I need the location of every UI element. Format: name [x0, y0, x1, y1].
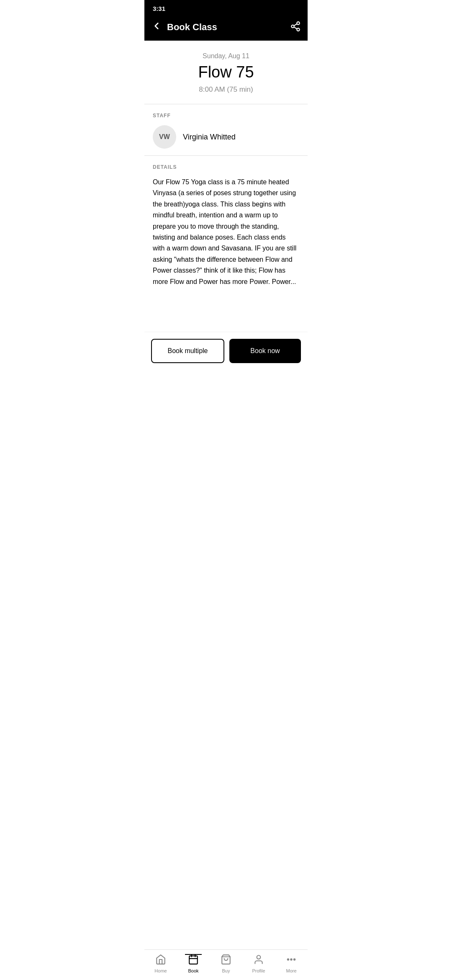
- staff-name: Virginia Whitted: [183, 133, 236, 142]
- svg-line-4: [294, 24, 297, 26]
- page-title: Book Class: [167, 22, 217, 33]
- share-button[interactable]: [290, 21, 301, 34]
- staff-initials: VW: [159, 133, 170, 141]
- book-multiple-button[interactable]: Book multiple: [151, 339, 224, 363]
- status-bar: 3:31: [144, 0, 308, 15]
- class-info-section: Sunday, Aug 11 Flow 75 8:00 AM (75 min): [144, 41, 308, 104]
- status-time: 3:31: [153, 5, 165, 12]
- book-now-button[interactable]: Book now: [229, 339, 301, 363]
- class-time: 8:00 AM (75 min): [153, 85, 299, 94]
- class-date: Sunday, Aug 11: [153, 52, 299, 60]
- details-section: DETAILS Our Flow 75 Yoga class is a 75 m…: [144, 156, 308, 294]
- staff-label: STAFF: [153, 113, 299, 119]
- nav-header: Book Class: [144, 15, 308, 41]
- details-label: DETAILS: [153, 164, 299, 170]
- svg-line-3: [294, 27, 297, 28]
- class-name: Flow 75: [153, 63, 299, 81]
- staff-avatar: VW: [153, 125, 176, 149]
- content-scroll: Sunday, Aug 11 Flow 75 8:00 AM (75 min) …: [144, 41, 308, 361]
- back-button[interactable]: [151, 21, 162, 34]
- details-text: Our Flow 75 Yoga class is a 75 minute he…: [153, 177, 299, 287]
- nav-left: Book Class: [151, 21, 217, 34]
- staff-row: VW Virginia Whitted: [153, 125, 299, 149]
- bottom-actions: Book multiple Book now: [144, 332, 308, 368]
- staff-section: STAFF VW Virginia Whitted: [144, 104, 308, 156]
